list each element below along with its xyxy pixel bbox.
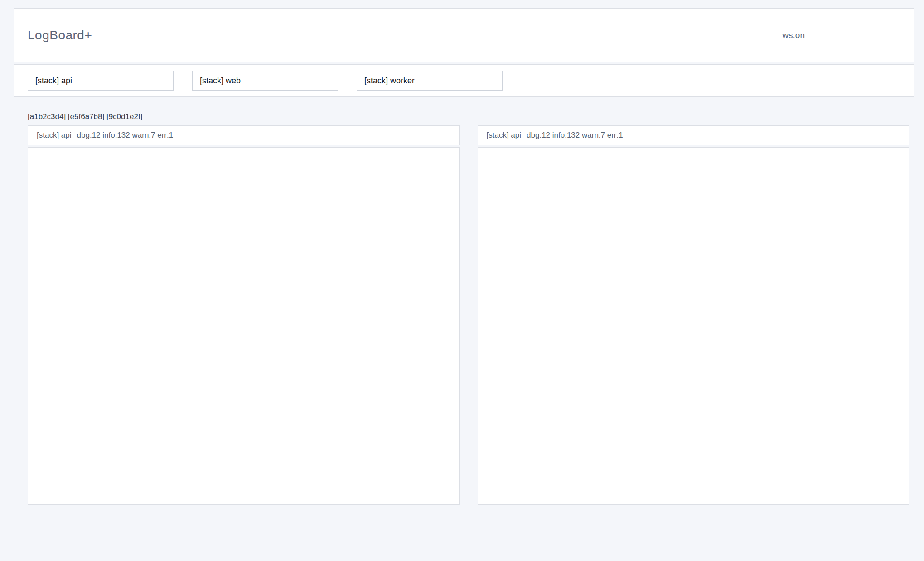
log-panel-header: [stack] api dbg:12 info:132 warn:7 err:1 xyxy=(478,125,909,145)
log-panels-grid: [stack] api dbg:12 info:132 warn:7 err:1… xyxy=(28,125,909,505)
log-panel-title: [stack] api xyxy=(37,131,72,140)
breadcrumb: [a1b2c3d4] [e5f6a7b8] [9c0d1e2f] xyxy=(28,112,909,121)
log-panel-counts: dbg:12 info:132 warn:7 err:1 xyxy=(527,131,623,140)
filter-input-api[interactable] xyxy=(28,71,174,91)
log-panel-body[interactable] xyxy=(28,147,460,505)
filter-bar xyxy=(14,64,914,97)
log-panel-right: [stack] api dbg:12 info:132 warn:7 err:1 xyxy=(478,125,909,505)
filter-input-worker[interactable] xyxy=(357,71,503,91)
log-panel-header: [stack] api dbg:12 info:132 warn:7 err:1 xyxy=(28,125,460,145)
app-header: LogBoard+ ws:on xyxy=(14,8,914,62)
log-panel-body[interactable] xyxy=(478,147,909,505)
filter-input-web[interactable] xyxy=(192,71,338,91)
log-panel-left: [stack] api dbg:12 info:132 warn:7 err:1 xyxy=(28,125,460,505)
log-panel-counts: dbg:12 info:132 warn:7 err:1 xyxy=(77,131,174,140)
log-panel-title: [stack] api xyxy=(487,131,522,140)
app-title: LogBoard+ xyxy=(28,28,92,43)
ws-status-badge: ws:on xyxy=(782,30,805,40)
